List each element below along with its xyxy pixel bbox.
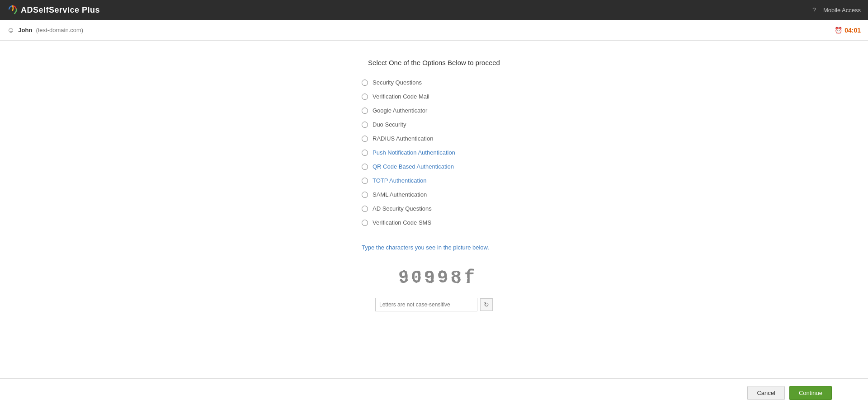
button-row: Cancel Continue <box>0 386 868 400</box>
header: ADSelfService Plus ? Mobile Access <box>0 0 868 20</box>
radio-duo-security[interactable] <box>362 122 368 128</box>
logo-text: ADSelfService Plus <box>21 5 100 15</box>
option-label-duo-security: Duo Security <box>373 121 406 128</box>
help-icon[interactable]: ? <box>812 6 816 14</box>
list-item[interactable]: RADIUS Authentication <box>362 135 506 142</box>
option-label-security-questions: Security Questions <box>373 79 422 86</box>
clock-icon: ⏰ <box>835 27 842 34</box>
user-bar: ☺ John (test-domain.com) ⏰ 04:01 <box>0 20 868 41</box>
list-item[interactable]: SAML Authentication <box>362 191 506 198</box>
user-domain: (test-domain.com) <box>36 27 83 33</box>
captcha-input-row: ↻ <box>375 298 493 311</box>
list-item[interactable]: QR Code Based Authentication <box>362 163 506 170</box>
logo: ADSelfService Plus <box>7 5 100 15</box>
captcha-text-render: 90998f <box>398 268 476 288</box>
continue-button[interactable]: Continue <box>789 386 832 400</box>
option-label-saml: SAML Authentication <box>373 191 427 198</box>
section-title: Select One of the Options Below to proce… <box>368 59 500 66</box>
mobile-access-link[interactable]: Mobile Access <box>823 7 861 14</box>
user-info: ☺ John (test-domain.com) <box>7 26 83 34</box>
radio-security-questions[interactable] <box>362 80 368 86</box>
list-item[interactable]: Google Authenticator <box>362 107 506 114</box>
option-label-qr-code: QR Code Based Authentication <box>373 163 454 170</box>
timer-value: 04:01 <box>844 27 861 34</box>
list-item[interactable]: TOTP Authentication <box>362 177 506 184</box>
main-content: Select One of the Options Below to proce… <box>0 41 868 409</box>
radio-qr-code[interactable] <box>362 164 368 170</box>
captcha-instruction: Type the characters you see in the pictu… <box>362 244 506 251</box>
radio-verification-code-sms[interactable] <box>362 220 368 226</box>
captcha-svg: 90998f <box>389 259 479 291</box>
user-icon: ☺ <box>7 26 14 34</box>
session-timer: ⏰ 04:01 <box>835 27 861 34</box>
option-label-ad-security-questions: AD Security Questions <box>373 205 432 212</box>
bottom-divider <box>0 378 868 379</box>
list-item[interactable]: AD Security Questions <box>362 205 506 212</box>
logo-icon <box>7 5 18 15</box>
list-item[interactable]: Security Questions <box>362 79 506 86</box>
option-label-radius-authentication: RADIUS Authentication <box>373 135 433 142</box>
option-label-google-authenticator: Google Authenticator <box>373 107 427 114</box>
list-item[interactable]: Verification Code SMS <box>362 219 506 226</box>
cancel-button[interactable]: Cancel <box>747 386 784 400</box>
radio-verification-code-mail[interactable] <box>362 94 368 100</box>
radio-radius-authentication[interactable] <box>362 136 368 142</box>
captcha-input[interactable] <box>375 298 477 311</box>
option-label-push-notification: Push Notification Authentication <box>373 149 455 156</box>
radio-google-authenticator[interactable] <box>362 108 368 114</box>
refresh-captcha-button[interactable]: ↻ <box>480 298 493 311</box>
option-label-verification-code-sms: Verification Code SMS <box>373 219 431 226</box>
option-label-totp: TOTP Authentication <box>373 177 426 184</box>
list-item[interactable]: Push Notification Authentication <box>362 149 506 156</box>
radio-ad-security-questions[interactable] <box>362 206 368 212</box>
options-list: Security Questions Verification Code Mai… <box>362 79 506 233</box>
list-item[interactable]: Verification Code Mail <box>362 93 506 100</box>
radio-push-notification[interactable] <box>362 150 368 156</box>
list-item[interactable]: Duo Security <box>362 121 506 128</box>
radio-totp[interactable] <box>362 178 368 184</box>
user-name: John <box>18 27 32 33</box>
radio-saml[interactable] <box>362 192 368 198</box>
captcha-image: 90998f <box>389 259 479 291</box>
option-label-verification-code-mail: Verification Code Mail <box>373 93 429 100</box>
header-right: ? Mobile Access <box>812 6 861 14</box>
